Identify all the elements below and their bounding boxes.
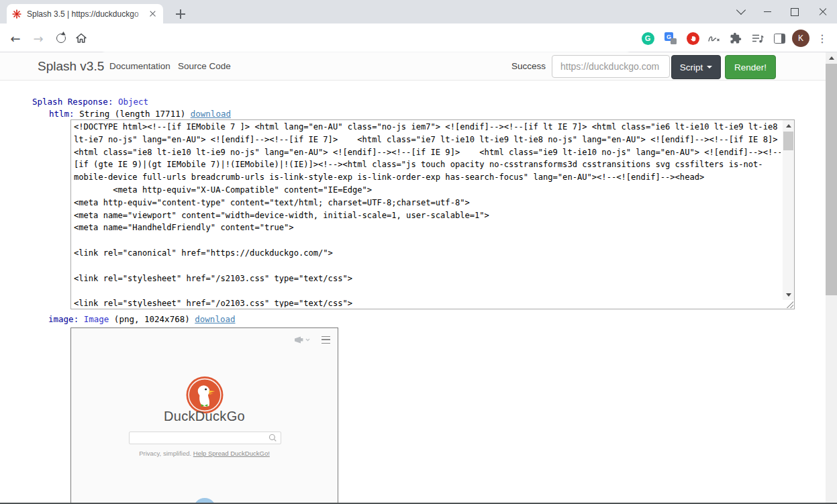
- tab-title: Splash 3.5 | https://duckduckgo: [27, 9, 147, 19]
- back-arrow-icon: ←: [10, 32, 20, 46]
- triangle-up-icon: [829, 56, 834, 60]
- image-download-link[interactable]: download: [195, 314, 235, 324]
- maximize-icon: [791, 8, 799, 16]
- splash-navbar: Splash v3.5 Documentation Source Code Su…: [0, 52, 826, 81]
- side-panel-icon[interactable]: [771, 30, 788, 47]
- render-button[interactable]: Render!: [725, 55, 776, 79]
- html-download-link[interactable]: download: [191, 109, 231, 119]
- stop-hand-icon: [687, 32, 699, 45]
- status-label: Success: [511, 52, 546, 81]
- ddg-tagline: Privacy, simplified. Help Spread DuckDuc…: [71, 450, 338, 457]
- render-url-input[interactable]: [552, 55, 670, 78]
- minimize-icon: [764, 11, 771, 12]
- minimize-button[interactable]: [754, 0, 781, 23]
- grammarly-extension-icon[interactable]: G: [639, 30, 656, 47]
- image-type: Image: [84, 314, 109, 324]
- adblock-extension-icon[interactable]: [684, 30, 701, 47]
- new-tab-button[interactable]: [173, 6, 189, 22]
- reload-button[interactable]: [52, 29, 70, 48]
- response-html-line: htlm: String (length 17711) download: [49, 109, 231, 119]
- response-object-value: Object: [118, 97, 148, 107]
- textarea-scrollbar-thumb[interactable]: [783, 132, 793, 150]
- tab-close-icon[interactable]: [147, 9, 158, 19]
- puzzle-icon: [730, 32, 742, 44]
- response-object-line: Splash Response: Object: [32, 97, 148, 107]
- maximize-button[interactable]: [781, 0, 808, 23]
- response-object-key: Splash Response:: [32, 97, 113, 107]
- menu-dots-icon: ⋮: [817, 32, 828, 45]
- html-key: htlm:: [49, 109, 75, 119]
- queue-extension-icon[interactable]: [749, 30, 767, 47]
- page-scrollbar[interactable]: [826, 52, 837, 504]
- translate-extension-icon[interactable]: G: [662, 30, 679, 47]
- profile-avatar[interactable]: K: [792, 30, 809, 47]
- nav-documentation-link[interactable]: Documentation: [109, 52, 170, 81]
- nav-source-code-link[interactable]: Source Code: [178, 52, 231, 81]
- resize-handle[interactable]: [785, 300, 793, 308]
- panel-shape: [774, 34, 785, 44]
- splash-brand[interactable]: Splash v3.5: [38, 52, 104, 81]
- html-source-textarea[interactable]: <!DOCTYPE html><!--[if IEMobile 7 ]> <ht…: [70, 119, 795, 309]
- page-scroll-up-button[interactable]: [826, 52, 837, 64]
- signature-icon: [707, 34, 722, 43]
- titlebar: Splash 3.5 | https://duckduckgo: [0, 0, 837, 23]
- script-dropdown-button[interactable]: Script: [671, 55, 721, 79]
- triangle-up-icon: [786, 124, 791, 128]
- signature-extension-icon[interactable]: [705, 30, 723, 47]
- image-meta: (png, 1024x768): [114, 314, 190, 324]
- hamburger-menu-icon: [322, 336, 330, 344]
- translate-tiles: G: [664, 32, 677, 44]
- script-button-label: Script: [680, 62, 703, 72]
- grammarly-g: G: [642, 32, 654, 45]
- response-image-line: image: Image (png, 1024x768) download: [48, 314, 236, 324]
- forward-arrow-icon: →: [33, 32, 43, 46]
- ddg-search-box: [129, 432, 281, 444]
- splash-favicon-icon: [12, 9, 21, 19]
- home-icon: [75, 32, 87, 44]
- chevron-down-icon: [736, 5, 746, 15]
- ddg-top-menu: [295, 336, 330, 344]
- window-close-button[interactable]: [809, 0, 836, 23]
- ddg-tagline-text: Privacy, simplified.: [139, 450, 193, 457]
- browser-toolbar: ← → i localhost:8050/info?wait=0.5&image…: [0, 23, 837, 52]
- reload-icon: [56, 34, 66, 43]
- browser-tab[interactable]: Splash 3.5 | https://duckduckgo: [7, 4, 163, 23]
- megaphone-icon: [295, 336, 313, 344]
- caret-down-icon: [707, 66, 712, 68]
- ddg-spread-link: Help Spread DuckDuckGo!: [193, 450, 270, 457]
- scroll-down-button[interactable]: [783, 289, 794, 300]
- rendered-page-image: DuckDuckGo Privacy, simplified. Help Spr…: [70, 327, 338, 504]
- ddg-wordmark: DuckDuckGo: [71, 409, 338, 424]
- image-key: image:: [48, 314, 79, 324]
- tab-search-button[interactable]: [728, 0, 754, 23]
- extensions-puzzle-icon[interactable]: [727, 30, 744, 47]
- playlist-icon: [752, 34, 764, 44]
- browser-window: Splash 3.5 | https://duckduckgo ← → i lo…: [0, 0, 837, 504]
- browser-menu-button[interactable]: ⋮: [814, 30, 831, 47]
- back-button[interactable]: ←: [6, 29, 25, 48]
- html-type: String (length 17711): [79, 109, 185, 119]
- scroll-up-button[interactable]: [783, 120, 794, 131]
- ddg-search-icon: [268, 434, 277, 442]
- close-icon: [818, 7, 828, 17]
- html-source-text: <!DOCTYPE html><!--[if IEMobile 7 ]> <ht…: [74, 121, 781, 307]
- triangle-down-icon: [786, 293, 791, 297]
- home-button[interactable]: [72, 29, 91, 48]
- textarea-scrollbar[interactable]: [783, 120, 794, 300]
- page-scrollbar-thumb[interactable]: [826, 64, 837, 295]
- forward-button[interactable]: →: [29, 29, 48, 48]
